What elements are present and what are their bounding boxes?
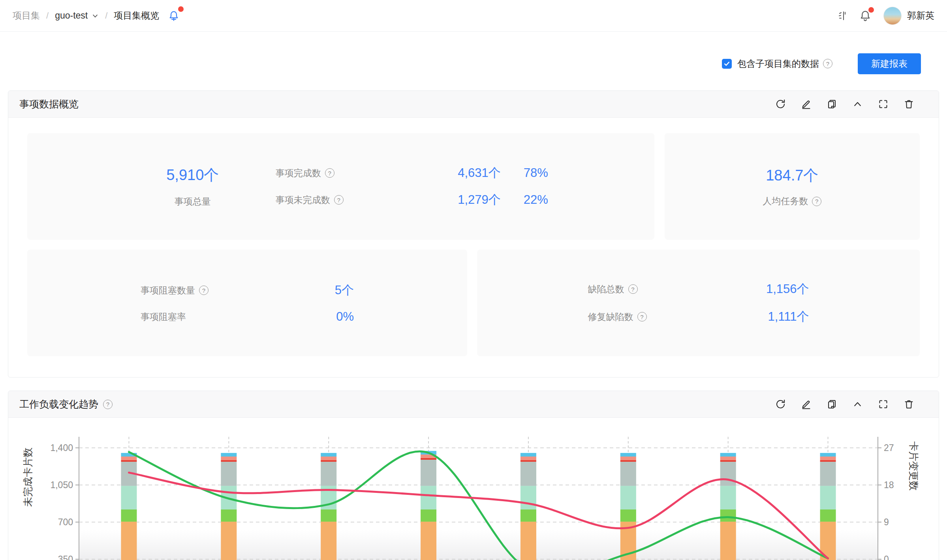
breadcrumb-project-label: guo-test	[55, 10, 88, 21]
breadcrumb-separator: /	[105, 11, 107, 21]
bar-segment-green[interactable]	[121, 509, 137, 522]
refresh-button[interactable]	[774, 398, 787, 410]
bar-segment-salmon[interactable]	[720, 457, 736, 460]
bar-segment-salmon[interactable]	[620, 457, 636, 460]
bar-segment-green[interactable]	[520, 509, 536, 522]
bar-segment-orange[interactable]	[221, 522, 237, 560]
bar-segment-red[interactable]	[520, 460, 536, 462]
create-report-button[interactable]: 新建报表	[858, 53, 921, 74]
bar-segment-red[interactable]	[421, 458, 436, 460]
include-sub-program-checkbox[interactable]	[722, 59, 732, 69]
bar-segment-cyan[interactable]	[620, 453, 636, 457]
stat-value: 1,279个	[414, 192, 501, 208]
left-axis-tick-label: 1,400	[50, 443, 73, 453]
left-axis-tick-label: 1,050	[50, 480, 73, 490]
right-axis-tick-label: 27	[884, 443, 894, 453]
stat-row: 事项阻塞数量? 5个	[141, 282, 354, 299]
refresh-button[interactable]	[774, 98, 787, 110]
bar-segment-cyan[interactable]	[321, 453, 336, 457]
bar-segment-gray[interactable]	[720, 462, 736, 486]
help-icon[interactable]: ?	[334, 195, 344, 205]
fullscreen-button[interactable]	[877, 98, 889, 110]
right-axis-title: 卡片变更数	[908, 442, 919, 491]
bar-segment-salmon[interactable]	[321, 457, 336, 460]
truncated-icon[interactable]	[838, 9, 847, 23]
user-name[interactable]: 郭新英	[907, 9, 934, 22]
bar-segment-orange[interactable]	[421, 522, 436, 560]
bar-segment-red[interactable]	[720, 460, 736, 462]
bar-segment-orange[interactable]	[121, 522, 137, 560]
bar-segment-gray[interactable]	[520, 462, 536, 486]
copy-button[interactable]	[826, 398, 838, 410]
stat-label: 事项阻塞率	[141, 311, 186, 323]
notification-dot	[178, 6, 184, 12]
fullscreen-button[interactable]	[877, 398, 889, 410]
bar-segment-green[interactable]	[820, 509, 836, 522]
copy-button[interactable]	[826, 98, 838, 110]
bar-segment-mint[interactable]	[421, 486, 436, 509]
bar-segment-salmon[interactable]	[221, 457, 237, 460]
bar-segment-salmon[interactable]	[121, 457, 137, 460]
bar-segment-gray[interactable]	[820, 462, 836, 486]
bar-segment-orange[interactable]	[720, 522, 736, 560]
stat-label: 事项阻塞数量	[141, 284, 195, 297]
bar-segment-mint[interactable]	[820, 486, 836, 509]
bar-segment-mint[interactable]	[520, 486, 536, 509]
breadcrumb-separator: /	[46, 11, 49, 21]
right-axis-tick-label: 18	[884, 480, 894, 490]
bar-segment-red[interactable]	[620, 460, 636, 462]
avatar[interactable]	[883, 7, 902, 25]
left-axis-tick-label: 700	[58, 517, 73, 527]
subscribe-bell-icon[interactable]	[168, 10, 180, 22]
delete-button[interactable]	[903, 398, 915, 410]
help-icon[interactable]: ?	[812, 197, 821, 206]
collapse-button[interactable]	[851, 98, 864, 110]
card-toolbar	[774, 398, 915, 410]
help-icon[interactable]: ?	[628, 284, 638, 294]
help-icon[interactable]: ?	[325, 168, 334, 178]
bar-segment-red[interactable]	[221, 460, 237, 462]
stat-row: 事项完成数? 4,631个 78%	[276, 165, 548, 181]
bar-segment-cyan[interactable]	[221, 453, 237, 457]
edit-button[interactable]	[800, 398, 812, 410]
delete-button[interactable]	[903, 98, 915, 110]
help-icon[interactable]: ?	[103, 400, 113, 409]
bar-segment-cyan[interactable]	[820, 453, 836, 457]
left-axis-tick-label: 350	[58, 554, 73, 560]
edit-button[interactable]	[800, 98, 812, 110]
bar-segment-gray[interactable]	[620, 462, 636, 486]
notification-dot	[868, 7, 874, 13]
bar-segment-salmon[interactable]	[820, 457, 836, 460]
breadcrumb-root[interactable]: 项目集	[13, 9, 40, 22]
checkmark-icon	[723, 60, 730, 67]
bell-icon[interactable]	[859, 9, 872, 22]
bar-segment-red[interactable]	[820, 460, 836, 462]
help-icon[interactable]: ?	[199, 286, 209, 295]
bar-segment-gray[interactable]	[321, 462, 336, 486]
bar-segment-green[interactable]	[421, 509, 436, 522]
bar-segment-red[interactable]	[321, 460, 336, 462]
bar-segment-green[interactable]	[321, 509, 336, 522]
bar-segment-red[interactable]	[121, 460, 137, 462]
help-icon[interactable]: ?	[637, 312, 647, 321]
bar-segment-gray[interactable]	[221, 462, 237, 486]
bar-segment-green[interactable]	[620, 509, 636, 522]
stat-value: 5个	[259, 282, 354, 299]
bar-segment-orange[interactable]	[520, 522, 536, 560]
collapse-button[interactable]	[851, 398, 864, 410]
checkbox-label[interactable]: 包含子项目集的数据	[737, 58, 819, 70]
stat-row: 修复缺陷数? 1,111个	[588, 308, 809, 325]
bar-segment-mint[interactable]	[720, 486, 736, 509]
breadcrumb-project[interactable]: guo-test	[55, 10, 99, 21]
bar-segment-green[interactable]	[221, 509, 237, 522]
bar-segment-cyan[interactable]	[520, 453, 536, 457]
topbar: 项目集 / guo-test / 项目集概览	[0, 0, 947, 32]
bar-segment-salmon[interactable]	[520, 457, 536, 460]
bar-segment-cyan[interactable]	[720, 453, 736, 457]
bar-segment-mint[interactable]	[121, 486, 137, 509]
bar-segment-gray[interactable]	[421, 460, 436, 486]
bar-segment-green[interactable]	[720, 509, 736, 522]
bar-segment-orange[interactable]	[321, 522, 336, 560]
help-icon[interactable]: ?	[823, 59, 832, 68]
bar-segment-mint[interactable]	[620, 486, 636, 509]
